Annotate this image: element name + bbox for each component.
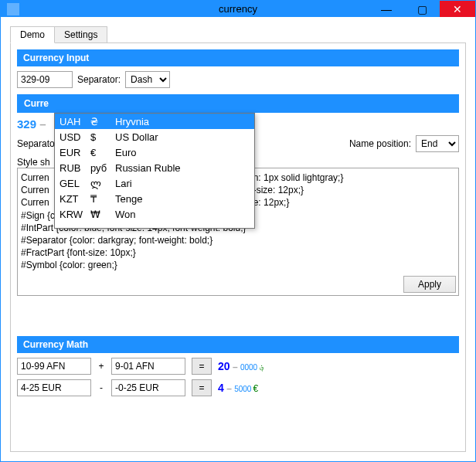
output-separator-label: Separator [17,138,58,149]
dropdown-currency-name: Tenge [115,193,142,205]
math-result: 20 – 0000؋ [218,360,264,372]
name-position-select[interactable]: End [416,135,459,152]
dropdown-code: KRW [60,209,90,220]
currency-input-row: Separator: Dash [17,71,459,88]
minimize-button[interactable]: — [369,1,404,17]
dropdown-currency-name: US Dollar [115,131,158,143]
math-result: 4 – 5000€ [218,382,258,394]
tab-settings[interactable]: Settings [55,26,107,43]
currency-dropdown[interactable]: UAH₴HryvniaUSD$US DollarEUR€EuroRUBрубRu… [54,113,255,229]
dropdown-code: RUB [60,162,90,174]
dropdown-symbol: ₩ [90,209,115,220]
client-area: Demo Settings Currency Input Separator: … [1,17,475,461]
equals-button[interactable]: = [192,358,212,375]
tab-strip: Demo Settings [10,26,466,43]
dropdown-currency-name: Lari [115,178,132,189]
maximize-button[interactable]: ▢ [404,1,440,17]
math-op: - [97,382,105,393]
math-b-input[interactable] [111,379,185,396]
separator-label: Separator: [77,74,121,85]
dropdown-code: KZT [60,193,90,205]
dropdown-item-uah[interactable]: UAH₴Hryvnia [55,114,254,129]
math-a-input[interactable] [17,379,91,396]
apply-button[interactable]: Apply [403,276,456,293]
currency-input-header: Currency Input [17,49,459,66]
dropdown-code: USD [60,131,90,143]
math-row-0: + = 20 – 0000؋ [17,358,459,375]
app-icon [7,3,19,15]
dropdown-code: EUR [60,147,90,158]
close-button[interactable]: ✕ [440,1,475,17]
app-window: currency — ▢ ✕ Demo Settings Currency In… [0,0,476,462]
tab-demo[interactable]: Demo [10,26,55,43]
dropdown-currency-name: Hryvnia [115,116,149,127]
style-sheet-label: Style sh [17,157,50,168]
dropdown-symbol: $ [90,131,115,143]
math-b-input[interactable] [111,358,185,375]
currency-output-header: Curre [17,94,459,113]
dropdown-symbol: руб [90,162,115,174]
dropdown-item-gel[interactable]: GELლLari [55,175,254,191]
currency-value-input[interactable] [17,71,73,88]
tab-panel-demo: Currency Input Separator: Dash Curre 329… [10,42,466,452]
dropdown-currency-name: Won [115,209,136,220]
dropdown-code: GEL [60,178,90,189]
titlebar[interactable]: currency — ▢ ✕ [1,1,475,17]
dropdown-symbol: ₴ [90,116,115,127]
math-row-1: - = 4 – 5000€ [17,379,459,396]
window-controls: — ▢ ✕ [369,1,475,17]
dropdown-item-kzt[interactable]: KZT₸Tenge [55,191,254,206]
dropdown-item-usd[interactable]: USD$US Dollar [55,129,254,144]
dropdown-code: UAH [60,116,90,127]
math-op: + [97,361,105,372]
separator-select[interactable]: Dash [125,71,170,88]
equals-button[interactable]: = [192,379,212,396]
math-a-input[interactable] [17,358,91,375]
dropdown-symbol: ლ [90,178,115,189]
dropdown-currency-name: Russian Ruble [115,162,181,174]
dropdown-item-rub[interactable]: RUBрубRussian Ruble [55,160,254,175]
currency-math-header: Currency Math [17,336,459,353]
name-position-label: Name position: [349,138,411,149]
dropdown-currency-name: Euro [115,147,136,158]
dropdown-item-eur[interactable]: EUR€Euro [55,144,254,160]
dropdown-symbol: € [90,147,115,158]
dropdown-item-krw[interactable]: KRW₩Won [55,206,254,222]
dropdown-symbol: ₸ [90,193,115,205]
